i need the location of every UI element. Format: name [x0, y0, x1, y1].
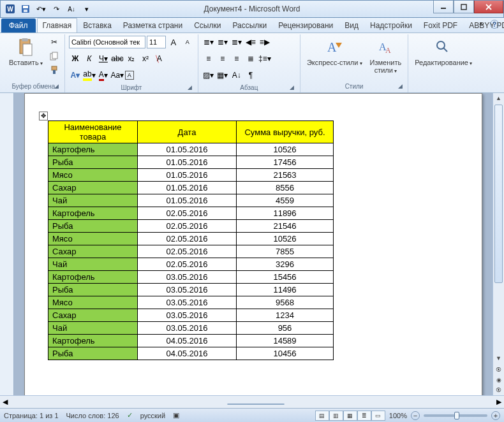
- table-row[interactable]: Картофель01.05.201610526: [48, 143, 334, 156]
- cell-name[interactable]: Мясо: [48, 296, 138, 309]
- quick-styles-button[interactable]: A Экспресс-стили: [304, 36, 365, 68]
- scroll-down-icon[interactable]: ▼: [493, 353, 504, 363]
- cell-date[interactable]: 03.05.2016: [138, 296, 237, 309]
- cell-sum[interactable]: 21563: [237, 169, 334, 182]
- table-header[interactable]: Сумма выручки, руб.: [237, 121, 334, 143]
- multilevel-icon[interactable]: ≣▾: [230, 36, 243, 48]
- table-row[interactable]: Чай01.05.20164559: [48, 194, 334, 207]
- cut-icon[interactable]: ✂: [48, 36, 61, 48]
- view-reading-icon[interactable]: ▥: [329, 411, 343, 421]
- cell-date[interactable]: 03.05.2016: [138, 271, 237, 284]
- scroll-up-icon[interactable]: ▲: [493, 93, 504, 103]
- cell-name[interactable]: Картофель: [48, 143, 138, 156]
- change-case-icon[interactable]: Aa▾: [111, 69, 124, 82]
- font-color-icon[interactable]: A▾: [97, 69, 110, 82]
- scroll-right-icon[interactable]: ▶: [494, 398, 504, 406]
- scroll-h-thumb[interactable]: [227, 404, 285, 405]
- page[interactable]: ✥ Наименование товара Дата Сумма выручки…: [24, 93, 482, 395]
- cell-name[interactable]: Чай: [48, 194, 138, 207]
- cell-date[interactable]: 02.05.2016: [138, 233, 237, 245]
- maximize-button[interactable]: [454, 1, 474, 13]
- table-move-handle-icon[interactable]: ✥: [39, 112, 48, 120]
- zoom-slider-handle[interactable]: [454, 412, 459, 419]
- tab-mailings[interactable]: Рассылки: [226, 18, 272, 33]
- zoom-slider[interactable]: [424, 414, 487, 417]
- table-row[interactable]: Картофель03.05.201615456: [48, 271, 334, 284]
- strike-button[interactable]: abc: [111, 52, 124, 65]
- table-row[interactable]: Мясо03.05.20169568: [48, 296, 334, 309]
- table-row[interactable]: Мясо01.05.201621563: [48, 169, 334, 182]
- cell-sum[interactable]: 1234: [237, 309, 334, 322]
- table-row[interactable]: Сахар01.05.20168556: [48, 182, 334, 194]
- tab-insert[interactable]: Вставка: [77, 18, 117, 33]
- copy-icon[interactable]: [48, 50, 61, 62]
- cell-name[interactable]: Рыба: [48, 220, 138, 233]
- justify-icon[interactable]: ≣: [244, 52, 257, 65]
- scroll-thumb[interactable]: [494, 105, 503, 283]
- sort-button[interactable]: А↓: [230, 69, 243, 82]
- cell-sum[interactable]: 956: [237, 322, 334, 335]
- cell-sum[interactable]: 9568: [237, 296, 334, 309]
- font-name-input[interactable]: [69, 36, 145, 48]
- cell-sum[interactable]: 7855: [237, 245, 334, 258]
- tab-foxit[interactable]: Foxit PDF: [418, 18, 463, 33]
- macro-record-icon[interactable]: ▣: [173, 411, 179, 419]
- status-language[interactable]: русский: [140, 412, 165, 419]
- cell-name[interactable]: Сахар: [48, 309, 138, 322]
- styles-launcher-icon[interactable]: ◢: [396, 83, 404, 91]
- zoom-in-icon[interactable]: +: [491, 411, 500, 420]
- tab-references[interactable]: Ссылки: [188, 18, 226, 33]
- view-draft-icon[interactable]: ▭: [371, 411, 385, 421]
- cell-sum[interactable]: 11496: [237, 284, 334, 296]
- cell-name[interactable]: Сахар: [48, 245, 138, 258]
- clear-format-icon[interactable]: A⧹: [153, 52, 166, 65]
- table-row[interactable]: Картофель02.05.201611896: [48, 207, 334, 220]
- tab-addins[interactable]: Надстройки: [364, 18, 418, 33]
- clipboard-launcher-icon[interactable]: ◢: [53, 83, 61, 91]
- cell-sum[interactable]: 15456: [237, 271, 334, 284]
- shading-icon[interactable]: ▨▾: [202, 69, 215, 82]
- table-row[interactable]: Рыба04.05.201610456: [48, 347, 334, 360]
- cell-sum[interactable]: 10526: [237, 143, 334, 156]
- align-center-icon[interactable]: ≡: [216, 52, 229, 65]
- minimize-button[interactable]: [433, 1, 454, 13]
- data-table[interactable]: Наименование товара Дата Сумма выручки, …: [48, 120, 334, 360]
- numbering-icon[interactable]: ≣▾: [216, 36, 229, 48]
- minimize-ribbon-icon[interactable]: ⌃: [475, 20, 487, 33]
- table-header[interactable]: Дата: [138, 121, 237, 143]
- cell-sum[interactable]: 8556: [237, 182, 334, 194]
- table-row[interactable]: Картофель04.05.201614589: [48, 335, 334, 347]
- cell-name[interactable]: Мясо: [48, 233, 138, 245]
- table-row[interactable]: Мясо02.05.201610526: [48, 233, 334, 245]
- app-icon[interactable]: W: [3, 2, 17, 16]
- prev-page-icon[interactable]: ⦿: [493, 365, 504, 375]
- table-header[interactable]: Наименование товара: [48, 121, 138, 143]
- table-row[interactable]: Рыба03.05.201611496: [48, 284, 334, 296]
- vertical-scrollbar[interactable]: ▲ ▼ ⦿ ◉ ⦿: [493, 93, 504, 395]
- view-outline-icon[interactable]: ≣: [357, 411, 371, 421]
- cell-sum[interactable]: 3296: [237, 258, 334, 271]
- editing-button[interactable]: Редактирование: [412, 36, 475, 68]
- table-row[interactable]: Сахар03.05.20161234: [48, 309, 334, 322]
- scroll-left-icon[interactable]: ◀: [0, 398, 10, 406]
- superscript-button[interactable]: x²: [139, 52, 152, 65]
- borders-icon[interactable]: ▦▾: [216, 69, 229, 82]
- close-button[interactable]: [474, 1, 503, 13]
- proofing-icon[interactable]: ✓: [127, 411, 133, 419]
- format-painter-icon[interactable]: [48, 64, 61, 76]
- cell-sum[interactable]: 21546: [237, 220, 334, 233]
- italic-button[interactable]: К: [83, 52, 96, 65]
- cell-date[interactable]: 01.05.2016: [138, 169, 237, 182]
- cell-name[interactable]: Картофель: [48, 207, 138, 220]
- table-row[interactable]: Сахар02.05.20167855: [48, 245, 334, 258]
- status-page[interactable]: Страница: 1 из 1: [4, 412, 59, 419]
- increase-indent-icon[interactable]: ≡▶: [258, 36, 271, 48]
- tab-review[interactable]: Рецензировани: [272, 18, 339, 33]
- grow-font-icon[interactable]: A: [167, 36, 180, 48]
- underline-button[interactable]: Ч▾: [97, 52, 110, 65]
- vertical-ruler[interactable]: [0, 93, 14, 395]
- change-styles-button[interactable]: AA Изменить стили: [367, 36, 404, 75]
- bullets-icon[interactable]: ≣▾: [202, 36, 215, 48]
- cell-date[interactable]: 02.05.2016: [138, 245, 237, 258]
- paragraph-launcher-icon[interactable]: ◢: [288, 84, 296, 92]
